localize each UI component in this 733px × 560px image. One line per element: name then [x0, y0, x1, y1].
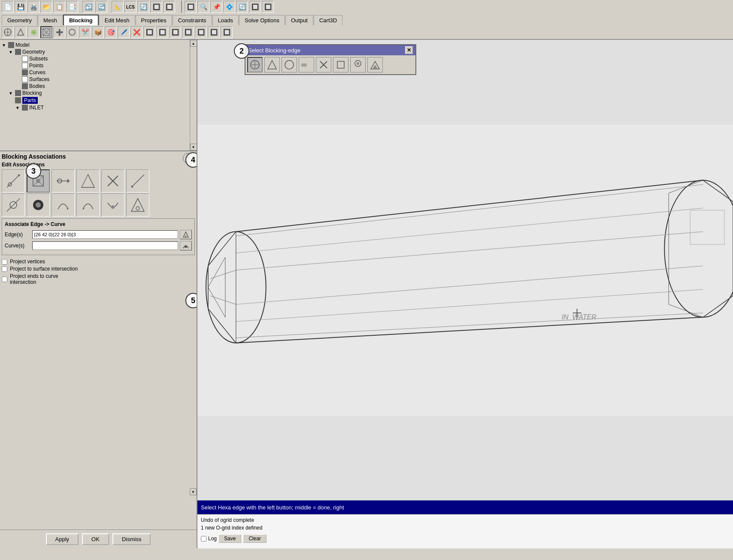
bt3[interactable]: ✳️ [27, 26, 39, 38]
tab-edit-mesh[interactable]: Edit Mesh [99, 15, 135, 25]
assoc-icon-8[interactable] [27, 193, 50, 217]
bt11[interactable]: ❌ [130, 26, 142, 38]
bt4-active[interactable] [40, 26, 52, 38]
tree-surfaces[interactable]: Surfaces [2, 76, 195, 83]
dialog-icon-5[interactable] [316, 57, 331, 72]
tree-geometry[interactable]: ▼ Geometry [2, 48, 195, 55]
view2-button[interactable]: LCS [124, 1, 136, 13]
bt18[interactable]: 🔲 [221, 26, 233, 38]
assoc-icon-12[interactable] [126, 193, 149, 217]
extra3-button[interactable]: 📌 [210, 1, 222, 13]
print-button[interactable]: 🖨️ [27, 1, 39, 13]
extra1-button[interactable]: 🔲 [185, 1, 197, 13]
assoc-icon-5[interactable] [101, 169, 124, 193]
bt12[interactable]: 🔲 [143, 26, 155, 38]
view1-button[interactable]: 📐 [112, 1, 124, 13]
tab-geometry[interactable]: Geometry [2, 15, 37, 25]
tab-blocking[interactable]: Blocking [63, 15, 99, 25]
tree-blocking[interactable]: ▼ Blocking [2, 90, 195, 96]
save-log-button[interactable]: Save [218, 534, 241, 543]
extra6-button[interactable]: 🔲 [249, 1, 261, 13]
assoc-icon-11[interactable] [101, 193, 124, 217]
ok-button[interactable]: OK [82, 533, 109, 545]
bt6[interactable] [66, 26, 78, 38]
icon5-button[interactable]: 📋 [53, 1, 65, 13]
bt1[interactable] [2, 26, 14, 38]
assoc-icon-1[interactable] [2, 169, 25, 193]
save-button[interactable]: 💾 [15, 1, 27, 13]
assoc-icon-6[interactable] [126, 169, 149, 193]
assoc-icon-3[interactable] [51, 169, 75, 193]
bt10[interactable]: 🖊️ [118, 26, 130, 38]
project-vertices-checkbox[interactable] [2, 259, 7, 265]
extra7-button[interactable]: 🔲 [262, 1, 274, 13]
tab-properties[interactable]: Properties [136, 15, 172, 25]
view5-button[interactable]: 🔲 [163, 1, 175, 13]
assoc-icon-4[interactable] [76, 169, 100, 193]
assoc-icon-9[interactable] [51, 193, 75, 217]
project-surface-checkbox[interactable] [2, 266, 7, 272]
dialog-icon-2[interactable] [264, 57, 280, 72]
dismiss-button[interactable]: Dismiss [112, 533, 151, 545]
tree-inlet[interactable]: ▼ INLET [2, 104, 195, 111]
redo-button[interactable]: ↪️ [95, 1, 107, 13]
bt5[interactable]: ➕ [53, 26, 65, 38]
tree-points[interactable]: Points [2, 62, 195, 69]
tab-output[interactable]: Output [285, 15, 313, 25]
tree-scroll[interactable]: ▼ Model ▼ Geometry Subsets Poi [0, 40, 197, 151]
project-ends-checkbox[interactable] [2, 277, 7, 282]
clear-log-button[interactable]: Clear [243, 534, 267, 543]
bt2[interactable] [15, 26, 27, 38]
assoc-icon-10[interactable] [76, 193, 100, 217]
right-panel: Select Blocking-edge ✕ ∞ [197, 40, 733, 548]
scroll-down[interactable]: ▼ [190, 144, 197, 151]
assoc-icon-2[interactable] [27, 169, 50, 193]
undo-button[interactable]: ↩️ [82, 1, 94, 13]
bt9[interactable]: 🎯 [105, 26, 117, 38]
dialog-icon-6[interactable] [333, 57, 348, 72]
tree-model[interactable]: ▼ Model [2, 42, 195, 48]
tree-subsets[interactable]: Subsets [2, 55, 195, 62]
log-text: Undo of ogrid complete 1 new O-grid inde… [201, 516, 730, 532]
dialog-icon-4[interactable]: ∞ [299, 57, 314, 72]
tab-solve-options[interactable]: Solve Options [239, 15, 285, 25]
tab-loads[interactable]: Loads [212, 15, 239, 25]
panel-scroll-down[interactable]: ▼ [190, 488, 197, 495]
open-button[interactable]: 📂 [40, 1, 52, 13]
tree-parts[interactable]: Parts [2, 96, 195, 104]
log-checkbox[interactable] [201, 536, 206, 542]
extra4-button[interactable]: 💠 [223, 1, 235, 13]
scroll-up[interactable]: ▲ [190, 40, 197, 47]
bt17[interactable]: 🔲 [208, 26, 220, 38]
curve-select-button[interactable] [180, 241, 192, 250]
curve-input[interactable] [32, 241, 178, 250]
extra2-button[interactable]: 🔍 [197, 1, 209, 13]
edge-select-button[interactable] [180, 230, 192, 239]
extra5-button[interactable]: 🔄 [236, 1, 248, 13]
bt14[interactable]: 🔲 [169, 26, 181, 38]
bt13[interactable]: 🔲 [156, 26, 168, 38]
tree-bodies[interactable]: Bodies [2, 83, 195, 90]
bt8[interactable]: 📦 [92, 26, 104, 38]
icon6-button[interactable]: 📑 [66, 1, 78, 13]
view3-button[interactable]: 🔄 [137, 1, 149, 13]
dialog-icon-1[interactable] [247, 57, 263, 72]
bt15[interactable]: 🔲 [182, 26, 194, 38]
dialog-icon-7[interactable] [350, 57, 366, 72]
dialog-close-button[interactable]: ✕ [405, 46, 413, 54]
viewport[interactable]: Select Blocking-edge ✕ ∞ [197, 40, 733, 500]
dialog-icon-3[interactable] [282, 57, 297, 72]
tab-cart3d[interactable]: Cart3D [314, 15, 342, 25]
edge-input[interactable] [32, 230, 178, 239]
help-button[interactable]: ? [183, 153, 193, 163]
tab-constraints[interactable]: Constraints [173, 15, 212, 25]
bt16[interactable]: 🔲 [195, 26, 207, 38]
bt7[interactable]: ✂️ [79, 26, 91, 38]
new-button[interactable]: 📄 [2, 1, 14, 13]
assoc-icon-7[interactable] [2, 193, 25, 217]
tab-mesh[interactable]: Mesh [38, 15, 63, 25]
apply-button[interactable]: Apply [46, 533, 79, 545]
dialog-icon-8[interactable] [367, 57, 383, 72]
tree-curves[interactable]: Curves [2, 69, 195, 76]
view4-button[interactable]: 🔲 [150, 1, 162, 13]
